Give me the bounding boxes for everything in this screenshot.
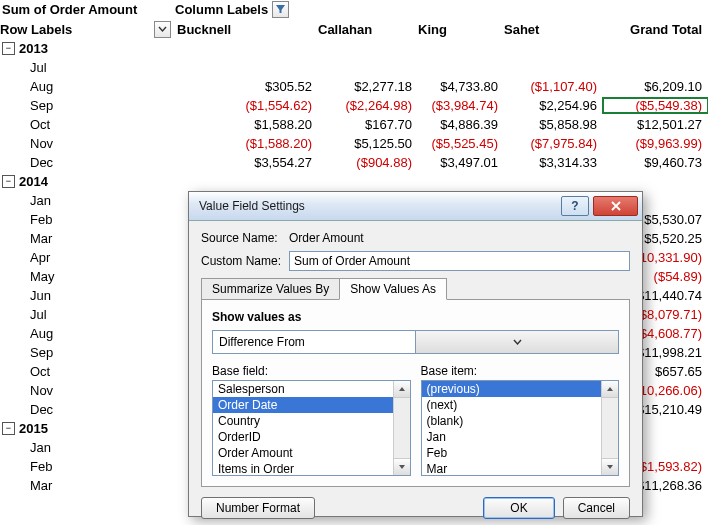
month-cell[interactable]: Jun	[0, 288, 175, 303]
value-field-settings-dialog: Value Field Settings ? Source Name: Orde…	[188, 191, 643, 517]
month-cell[interactable]: Sep	[0, 345, 175, 360]
month-cell[interactable]: Dec	[0, 402, 175, 417]
value-cell[interactable]: ($904.88)	[318, 155, 418, 170]
col-header-1[interactable]: Callahan	[318, 22, 418, 37]
value-cell[interactable]: ($3,984.74)	[418, 98, 504, 113]
dialog-close-button[interactable]	[593, 196, 638, 216]
table-row: Dec$3,554.27($904.88)$3,497.01$3,314.33$…	[0, 153, 708, 172]
value-cell[interactable]: ($5,525.45)	[418, 136, 504, 151]
month-cell[interactable]: Feb	[0, 212, 175, 227]
tab-show-values-as[interactable]: Show Values As	[339, 278, 447, 300]
month-cell[interactable]: Nov	[0, 383, 175, 398]
column-labels-label: Column Labels	[175, 2, 268, 17]
scroll-down-icon[interactable]	[602, 458, 618, 475]
month-cell[interactable]: Oct	[0, 117, 175, 132]
custom-name-input[interactable]	[289, 251, 630, 271]
pivot-header-row-2: Row Labels Bucknell Callahan King Sahet …	[0, 20, 708, 39]
list-item[interactable]: Order Date	[213, 397, 394, 413]
value-cell[interactable]: $9,460.73	[603, 155, 708, 170]
month-cell[interactable]: Dec	[0, 155, 175, 170]
month-cell[interactable]: May	[0, 269, 175, 284]
value-cell[interactable]: $6,209.10	[603, 79, 708, 94]
scroll-down-icon[interactable]	[394, 458, 410, 475]
collapse-icon[interactable]: −	[2, 175, 15, 188]
month-cell[interactable]: Jul	[0, 307, 175, 322]
month-cell[interactable]: Apr	[0, 250, 175, 265]
value-cell[interactable]: $3,314.33	[504, 155, 603, 170]
value-cell[interactable]: $4,733.80	[418, 79, 504, 94]
list-item[interactable]: (previous)	[422, 381, 603, 397]
month-cell[interactable]: Aug	[0, 79, 175, 94]
month-cell[interactable]: Jan	[0, 440, 175, 455]
value-cell[interactable]: $4,886.39	[418, 117, 504, 132]
show-values-as-heading: Show values as	[212, 310, 619, 324]
list-item[interactable]: Salesperson	[213, 381, 394, 397]
col-header-0[interactable]: Bucknell	[175, 22, 318, 37]
year-row[interactable]: −2013	[0, 39, 708, 58]
base-item-listbox[interactable]: (previous)(next)(blank)JanFebMar	[421, 380, 620, 476]
base-item-label: Base item:	[421, 364, 620, 378]
scrollbar[interactable]	[601, 381, 618, 475]
month-cell[interactable]: Oct	[0, 364, 175, 379]
value-cell[interactable]: ($1,554.62)	[175, 98, 318, 113]
collapse-icon[interactable]: −	[2, 422, 15, 435]
col-header-2[interactable]: King	[418, 22, 504, 37]
month-cell[interactable]: Mar	[0, 478, 175, 493]
value-cell[interactable]: ($9,963.99)	[603, 136, 708, 151]
value-cell[interactable]: $2,277.18	[318, 79, 418, 94]
list-item[interactable]: Mar	[422, 461, 603, 475]
cancel-button[interactable]: Cancel	[563, 497, 630, 519]
list-item[interactable]: Items in Order	[213, 461, 394, 475]
scroll-up-icon[interactable]	[602, 381, 618, 398]
collapse-icon[interactable]: −	[2, 42, 15, 55]
value-cell[interactable]: $5,125.50	[318, 136, 418, 151]
month-cell[interactable]: Aug	[0, 326, 175, 341]
year-row[interactable]: −2014	[0, 172, 708, 191]
value-cell[interactable]: ($5,549.38)	[603, 98, 708, 113]
month-cell[interactable]: Nov	[0, 136, 175, 151]
table-row: Nov($1,588.20)$5,125.50($5,525.45)($7,97…	[0, 134, 708, 153]
list-item[interactable]: Feb	[422, 445, 603, 461]
list-item[interactable]: OrderID	[213, 429, 394, 445]
month-cell[interactable]: Sep	[0, 98, 175, 113]
tab-summarize-values-by[interactable]: Summarize Values By	[201, 278, 340, 300]
list-item[interactable]: (blank)	[422, 413, 603, 429]
list-item[interactable]: Country	[213, 413, 394, 429]
value-cell[interactable]: $3,497.01	[418, 155, 504, 170]
sum-of-order-amount-label: Sum of Order Amount	[0, 2, 175, 17]
list-item[interactable]: Jan	[422, 429, 603, 445]
table-row: Aug$305.52$2,277.18$4,733.80($1,107.40)$…	[0, 77, 708, 96]
value-cell[interactable]: ($1,107.40)	[504, 79, 603, 94]
column-labels-filter-button[interactable]	[272, 1, 289, 18]
value-cell[interactable]: $12,501.27	[603, 117, 708, 132]
value-cell[interactable]: $5,858.98	[504, 117, 603, 132]
value-cell[interactable]: ($7,975.84)	[504, 136, 603, 151]
scrollbar[interactable]	[393, 381, 410, 475]
value-cell[interactable]: ($1,588.20)	[175, 136, 318, 151]
dialog-titlebar[interactable]: Value Field Settings ?	[189, 192, 642, 221]
value-cell[interactable]: $305.52	[175, 79, 318, 94]
month-cell[interactable]: Jan	[0, 193, 175, 208]
show-values-as-combo[interactable]: Difference From	[212, 330, 619, 354]
value-cell[interactable]: $2,254.96	[504, 98, 603, 113]
value-cell[interactable]: ($2,264.98)	[318, 98, 418, 113]
month-cell[interactable]: Feb	[0, 459, 175, 474]
col-header-3[interactable]: Sahet	[504, 22, 603, 37]
list-item[interactable]: Order Amount	[213, 445, 394, 461]
value-cell[interactable]: $167.70	[318, 117, 418, 132]
number-format-button[interactable]: Number Format	[201, 497, 315, 519]
row-labels-filter-button[interactable]	[154, 21, 171, 38]
col-header-4[interactable]: Grand Total	[603, 22, 708, 37]
value-cell[interactable]: $3,554.27	[175, 155, 318, 170]
base-field-listbox[interactable]: SalespersonOrder DateCountryOrderIDOrder…	[212, 380, 411, 476]
list-item[interactable]: (next)	[422, 397, 603, 413]
scroll-up-icon[interactable]	[394, 381, 410, 398]
dialog-help-button[interactable]: ?	[561, 196, 589, 216]
ok-button[interactable]: OK	[483, 497, 554, 519]
row-labels-label: Row Labels	[0, 22, 72, 37]
month-cell[interactable]: Mar	[0, 231, 175, 246]
value-cell[interactable]: $1,588.20	[175, 117, 318, 132]
base-field-label: Base field:	[212, 364, 411, 378]
chevron-down-icon	[415, 331, 618, 353]
month-cell[interactable]: Jul	[0, 60, 175, 75]
